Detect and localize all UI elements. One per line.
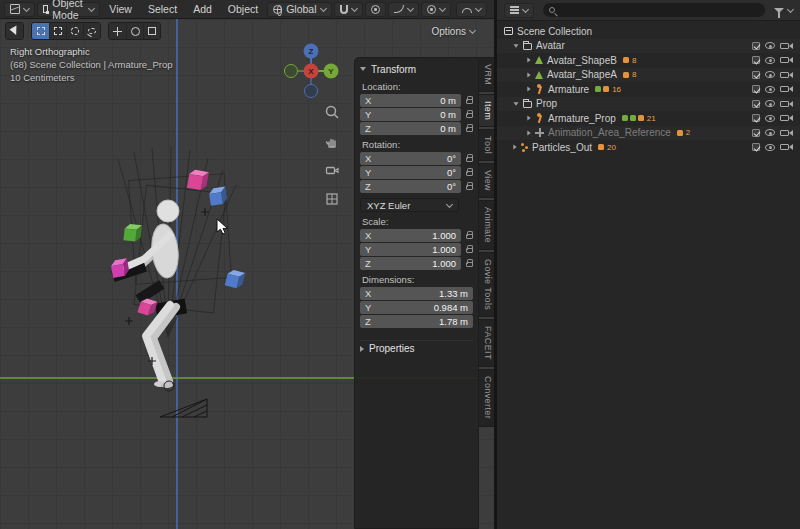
outliner-row-avatar-shapea[interactable]: Avatar_ShapeA 8 (497, 68, 800, 83)
rotation-z-field[interactable]: Z 0° (360, 180, 461, 193)
lock-icon[interactable] (466, 157, 473, 162)
location-y-field[interactable]: Y 0 m (360, 108, 461, 121)
scale-y-field[interactable]: Y 1.000 (360, 243, 461, 256)
gizmos-dropdown[interactable] (421, 2, 451, 17)
lock-icon[interactable] (466, 113, 473, 118)
scale-z-field[interactable]: Z 1.000 (360, 257, 461, 270)
eye-icon[interactable] (765, 71, 775, 78)
select-mode-circle[interactable] (66, 23, 83, 39)
eye-icon[interactable] (765, 129, 775, 136)
camera-icon[interactable] (780, 43, 789, 49)
pan-control[interactable] (324, 133, 340, 153)
tab-animate[interactable]: Animate (479, 200, 495, 250)
orientation-selector[interactable]: Global (267, 2, 331, 17)
transform-scale-button[interactable] (143, 23, 160, 39)
eye-icon[interactable] (765, 144, 775, 151)
checkbox-icon[interactable] (752, 56, 760, 64)
editor-divider[interactable] (494, 0, 497, 529)
active-tool-button[interactable] (6, 23, 23, 39)
lock-icon[interactable] (466, 234, 473, 239)
camera-icon[interactable] (780, 86, 789, 92)
disclosure-triangle[interactable] (527, 116, 530, 121)
dimensions-x-field[interactable]: X 1.33 m (360, 287, 473, 300)
zoom-control[interactable] (324, 104, 340, 124)
tab-tool[interactable]: Tool (479, 129, 495, 161)
rotation-y-field[interactable]: Y 0° (360, 166, 461, 179)
select-mode-lasso[interactable] (83, 23, 100, 39)
disclosure-triangle[interactable] (527, 130, 530, 135)
3d-viewport[interactable]: Options Right Orthographic (68) Scene Co… (0, 19, 495, 529)
navigation-gizmo[interactable]: Z Y X (282, 42, 340, 100)
outliner-row-animation-area-reference[interactable]: Animation_Area_Reference 2 (497, 126, 800, 141)
tab-govie-tools[interactable]: Govie Tools (479, 252, 495, 317)
filter-icon[interactable] (774, 8, 784, 13)
checkbox-icon[interactable] (752, 129, 760, 137)
eye-icon[interactable] (765, 57, 775, 64)
select-mode-tweak[interactable] (32, 23, 49, 39)
transform-panel-header[interactable]: Transform (360, 61, 473, 77)
properties-panel-header[interactable]: Properties (360, 340, 473, 356)
menu-view[interactable]: View (102, 0, 139, 18)
outliner-row-armature-prop[interactable]: Armature_Prop 21 (497, 111, 800, 126)
camera-icon[interactable] (780, 130, 789, 136)
checkbox-icon[interactable] (752, 143, 760, 151)
eye-icon[interactable] (765, 86, 775, 93)
filter-dropdown-icon[interactable] (787, 5, 794, 12)
menu-add[interactable]: Add (186, 0, 219, 18)
menu-select[interactable]: Select (141, 0, 184, 18)
rotation-mode-dropdown[interactable]: XYZ Euler (360, 198, 459, 212)
dimensions-z-field[interactable]: Z 1.78 m (360, 315, 473, 328)
overlays-dropdown[interactable] (456, 2, 487, 17)
transform-rotate-button[interactable] (126, 23, 143, 39)
outliner-row-prop[interactable]: Prop (497, 97, 800, 112)
options-dropdown[interactable]: Options (432, 26, 475, 37)
location-x-field[interactable]: X 0 m (360, 94, 461, 107)
tab-item[interactable]: Item (479, 94, 495, 127)
menu-object[interactable]: Object (221, 0, 265, 18)
eye-icon[interactable] (765, 42, 775, 49)
tab-vrm[interactable]: VRM (479, 57, 495, 92)
lock-icon[interactable] (466, 185, 473, 190)
proportional-falloff-dropdown[interactable] (388, 2, 419, 17)
disclosure-triangle[interactable] (513, 102, 518, 105)
camera-view-control[interactable] (324, 162, 340, 182)
camera-icon[interactable] (780, 57, 789, 63)
disclosure-triangle[interactable] (527, 72, 530, 77)
editor-type-button[interactable] (4, 2, 35, 17)
disclosure-triangle[interactable] (527, 58, 530, 63)
ortho-toggle-control[interactable] (324, 191, 340, 211)
proportional-editing-toggle[interactable] (365, 2, 386, 17)
outliner-search-input[interactable] (543, 3, 765, 17)
mode-selector[interactable]: Object Mode (37, 2, 100, 17)
tab-faceit[interactable]: FACEIT (479, 319, 495, 367)
outliner-row-avatar-shapeb[interactable]: Avatar_ShapeB 8 (497, 53, 800, 68)
disclosure-triangle[interactable] (513, 145, 516, 150)
disclosure-triangle[interactable] (513, 44, 518, 47)
camera-icon[interactable] (780, 101, 789, 107)
outliner-row-armature[interactable]: Armature 16 (497, 82, 800, 97)
checkbox-icon[interactable] (752, 71, 760, 79)
camera-icon[interactable] (780, 72, 789, 78)
rotation-x-field[interactable]: X 0° (360, 152, 461, 165)
lock-icon[interactable] (466, 99, 473, 104)
lock-icon[interactable] (466, 262, 473, 267)
scale-x-field[interactable]: X 1.000 (360, 229, 461, 242)
checkbox-icon[interactable] (752, 42, 760, 50)
outliner-row-particles-out[interactable]: Particles_Out 20 (497, 140, 800, 155)
outliner-row-avatar[interactable]: Avatar (497, 39, 800, 54)
tab-converter[interactable]: Converter (479, 369, 495, 426)
select-mode-box[interactable] (49, 23, 66, 39)
dimensions-y-field[interactable]: Y 0.984 m (360, 301, 473, 314)
checkbox-icon[interactable] (752, 114, 760, 122)
camera-icon[interactable] (780, 144, 789, 150)
eye-icon[interactable] (765, 115, 775, 122)
disclosure-triangle[interactable] (527, 87, 530, 92)
eye-icon[interactable] (765, 100, 775, 107)
lock-icon[interactable] (466, 171, 473, 176)
tab-view[interactable]: View (479, 163, 495, 198)
lock-icon[interactable] (466, 127, 473, 132)
lock-icon[interactable] (466, 248, 473, 253)
transform-move-button[interactable] (109, 23, 126, 39)
checkbox-icon[interactable] (752, 85, 760, 93)
snap-toggle[interactable] (334, 2, 363, 17)
